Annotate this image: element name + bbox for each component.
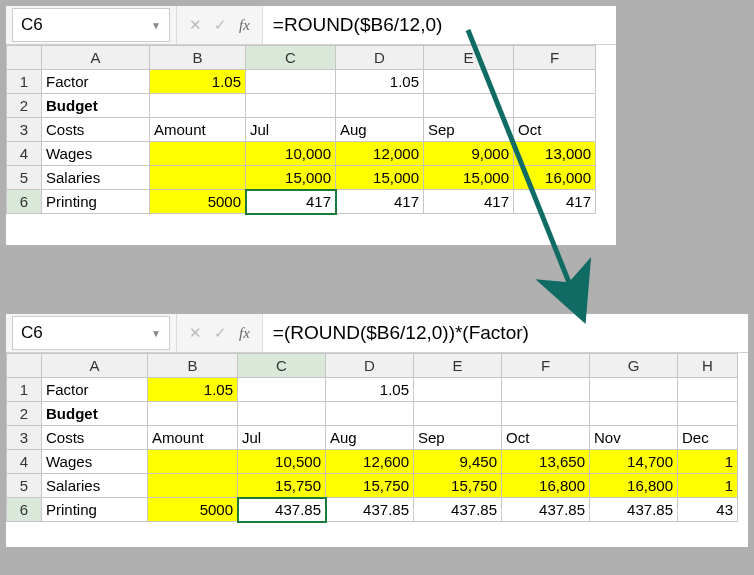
cell[interactable]: Salaries	[42, 166, 150, 190]
cell[interactable]: Aug	[336, 118, 424, 142]
cell[interactable]	[148, 474, 238, 498]
cell[interactable]: Amount	[148, 426, 238, 450]
grid-top[interactable]: ABCDEF1Factor1.051.052Budget3CostsAmount…	[6, 45, 616, 245]
cell[interactable]	[150, 94, 246, 118]
col-header-D[interactable]: D	[326, 354, 414, 378]
row-header-2[interactable]: 2	[7, 402, 42, 426]
cell[interactable]	[424, 94, 514, 118]
col-header-A[interactable]: A	[42, 46, 150, 70]
cell[interactable]	[150, 166, 246, 190]
cell[interactable]	[514, 94, 596, 118]
col-header-B[interactable]: B	[150, 46, 246, 70]
cell[interactable]: Costs	[42, 118, 150, 142]
cell[interactable]	[238, 402, 326, 426]
cell[interactable]: 1.05	[150, 70, 246, 94]
cell[interactable]: 437.85	[590, 498, 678, 522]
cell[interactable]	[238, 378, 326, 402]
cell[interactable]	[514, 70, 596, 94]
cell[interactable]: Wages	[42, 142, 150, 166]
col-header-A[interactable]: A	[42, 354, 148, 378]
cell[interactable]: 16,800	[590, 474, 678, 498]
col-header-F[interactable]: F	[502, 354, 590, 378]
cell[interactable]: 9,450	[414, 450, 502, 474]
cell[interactable]: 9,000	[424, 142, 514, 166]
cell[interactable]: Jul	[238, 426, 326, 450]
name-box[interactable]: C6 ▼	[12, 8, 170, 42]
cell[interactable]: 437.85	[238, 498, 326, 522]
cell[interactable]: 1.05	[148, 378, 238, 402]
cell[interactable]: Wages	[42, 450, 148, 474]
row-header-6[interactable]: 6	[7, 190, 42, 214]
cell[interactable]: Budget	[42, 94, 150, 118]
cancel-icon[interactable]: ✕	[189, 16, 202, 34]
cell[interactable]: Jul	[246, 118, 336, 142]
cell[interactable]: 16,000	[514, 166, 596, 190]
cell[interactable]	[590, 402, 678, 426]
cell[interactable]	[336, 94, 424, 118]
fx-icon[interactable]: fx	[239, 325, 250, 342]
cell[interactable]: Printing	[42, 190, 150, 214]
cell[interactable]: Sep	[424, 118, 514, 142]
cell[interactable]	[678, 378, 738, 402]
cell[interactable]: Printing	[42, 498, 148, 522]
cell[interactable]: 16,800	[502, 474, 590, 498]
row-header-2[interactable]: 2	[7, 94, 42, 118]
col-header-C[interactable]: C	[238, 354, 326, 378]
cell[interactable]	[246, 94, 336, 118]
col-header-F[interactable]: F	[514, 46, 596, 70]
cell[interactable]: Budget	[42, 402, 148, 426]
accept-icon[interactable]: ✓	[214, 324, 227, 342]
cell[interactable]	[148, 450, 238, 474]
select-all-corner[interactable]	[7, 354, 42, 378]
cell[interactable]: Aug	[326, 426, 414, 450]
cell[interactable]: 417	[424, 190, 514, 214]
chevron-down-icon[interactable]: ▼	[151, 20, 161, 31]
cell[interactable]: 417	[246, 190, 336, 214]
cell[interactable]: Factor	[42, 70, 150, 94]
cell[interactable]: 15,000	[424, 166, 514, 190]
select-all-corner[interactable]	[7, 46, 42, 70]
cell[interactable]	[414, 378, 502, 402]
cell[interactable]: 15,750	[238, 474, 326, 498]
cell[interactable]	[590, 378, 678, 402]
cell[interactable]: Amount	[150, 118, 246, 142]
row-header-1[interactable]: 1	[7, 70, 42, 94]
name-box[interactable]: C6 ▼	[12, 316, 170, 350]
cell[interactable]	[414, 402, 502, 426]
col-header-E[interactable]: E	[424, 46, 514, 70]
col-header-B[interactable]: B	[148, 354, 238, 378]
cell[interactable]: 15,750	[326, 474, 414, 498]
cell[interactable]: 417	[514, 190, 596, 214]
cell[interactable]: Oct	[502, 426, 590, 450]
row-header-5[interactable]: 5	[7, 166, 42, 190]
cell[interactable]: 15,000	[246, 166, 336, 190]
cell[interactable]: 5000	[150, 190, 246, 214]
cell[interactable]: 5000	[148, 498, 238, 522]
cell[interactable]: 13,650	[502, 450, 590, 474]
cell[interactable]: 10,000	[246, 142, 336, 166]
col-header-G[interactable]: G	[590, 354, 678, 378]
cell[interactable]	[502, 402, 590, 426]
row-header-3[interactable]: 3	[7, 118, 42, 142]
grid-bottom[interactable]: ABCDEFGH1Factor1.051.052Budget3CostsAmou…	[6, 353, 748, 547]
cell[interactable]: 437.85	[414, 498, 502, 522]
col-header-C[interactable]: C	[246, 46, 336, 70]
cell[interactable]: Sep	[414, 426, 502, 450]
cell[interactable]: 1.05	[326, 378, 414, 402]
cell[interactable]: 15,000	[336, 166, 424, 190]
row-header-1[interactable]: 1	[7, 378, 42, 402]
row-header-5[interactable]: 5	[7, 474, 42, 498]
row-header-3[interactable]: 3	[7, 426, 42, 450]
cell[interactable]: Nov	[590, 426, 678, 450]
cell[interactable]: Salaries	[42, 474, 148, 498]
cell[interactable]	[424, 70, 514, 94]
cell[interactable]: 1	[678, 450, 738, 474]
row-header-4[interactable]: 4	[7, 142, 42, 166]
cell[interactable]: 1	[678, 474, 738, 498]
col-header-H[interactable]: H	[678, 354, 738, 378]
accept-icon[interactable]: ✓	[214, 16, 227, 34]
cell[interactable]	[246, 70, 336, 94]
formula-input[interactable]: =(ROUND($B6/12,0))*(Factor)	[263, 314, 748, 352]
cell[interactable]	[326, 402, 414, 426]
col-header-D[interactable]: D	[336, 46, 424, 70]
